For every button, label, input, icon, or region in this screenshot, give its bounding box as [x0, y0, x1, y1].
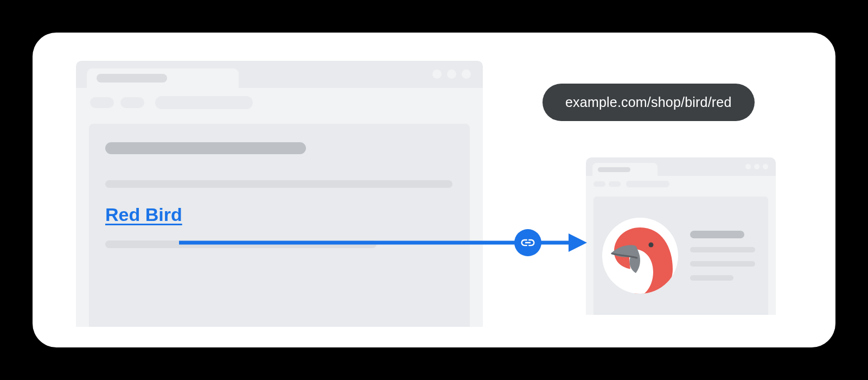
nav-button-placeholder	[120, 97, 144, 108]
source-browser-window: Red Bird	[76, 61, 483, 327]
text-line-placeholder	[690, 275, 733, 281]
address-bar-placeholder	[626, 181, 669, 187]
hyperlink-row: Red Bird	[105, 204, 454, 225]
nav-button-placeholder	[593, 181, 605, 187]
nav-button-placeholder	[609, 181, 621, 187]
window-dot	[745, 164, 751, 169]
source-tab	[87, 68, 239, 88]
destination-text-block	[690, 231, 755, 281]
bird-avatar	[602, 218, 678, 294]
red-bird-icon	[602, 218, 678, 294]
address-bar-placeholder	[155, 96, 253, 109]
link-icon	[520, 235, 536, 251]
tab-title-placeholder	[97, 74, 167, 83]
destination-tab	[592, 163, 658, 176]
diagram-canvas: Red Bird example.com/shop/bird/red	[33, 33, 835, 347]
svg-point-0	[649, 243, 654, 248]
window-dot	[447, 69, 456, 79]
window-dot	[763, 164, 768, 169]
window-dot	[754, 164, 760, 169]
heading-placeholder	[690, 231, 744, 238]
red-bird-link[interactable]: Red Bird	[105, 204, 182, 225]
source-tabbar	[76, 61, 483, 88]
svg-marker-2	[569, 233, 587, 252]
destination-tabbar	[586, 157, 776, 176]
source-page-content: Red Bird	[89, 124, 470, 327]
text-line-placeholder	[690, 261, 755, 267]
text-line-placeholder	[105, 180, 452, 188]
destination-browser-window	[586, 157, 776, 315]
link-icon-badge	[514, 229, 541, 256]
window-dot	[432, 69, 442, 79]
heading-placeholder	[105, 142, 306, 154]
window-controls	[745, 164, 768, 169]
destination-toolbar	[586, 176, 776, 192]
window-controls	[432, 69, 471, 79]
destination-page-content	[593, 197, 768, 315]
target-url-pill: example.com/shop/bird/red	[542, 84, 755, 121]
window-dot	[462, 69, 471, 79]
text-line-placeholder	[105, 240, 376, 248]
source-toolbar	[76, 88, 483, 117]
tab-title-placeholder	[598, 167, 630, 172]
text-line-placeholder	[690, 247, 755, 252]
nav-button-placeholder	[90, 97, 114, 108]
target-url-text: example.com/shop/bird/red	[565, 94, 732, 110]
